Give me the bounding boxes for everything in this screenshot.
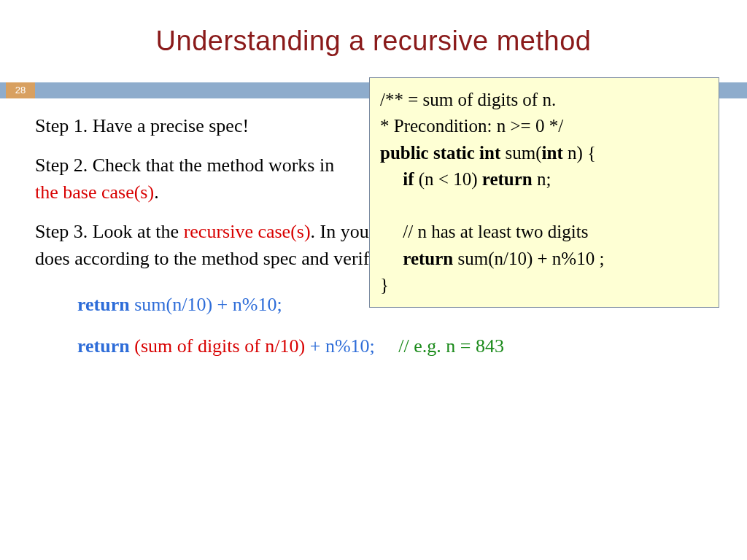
step-2: Step 2. Check that the method works in t… (35, 152, 349, 206)
code-text: n) { (563, 143, 596, 163)
code-text: sum(n/10) + n%10 ; (453, 249, 604, 268)
slide-number-badge: 28 (6, 82, 35, 98)
slide-title: Understanding a recursive method (0, 0, 747, 57)
highlight: (sum of digits of n/10) (130, 335, 306, 357)
keyword: return (403, 249, 453, 268)
highlight: the base case(s) (35, 182, 154, 203)
code-line: } (380, 272, 710, 298)
step-text: Step 3. Look at the (35, 221, 184, 242)
expr: + n%10; (305, 335, 375, 357)
keyword: return (482, 169, 533, 189)
code-text: sum( (500, 143, 541, 163)
keyword: int (542, 143, 563, 163)
keyword: return (77, 335, 130, 357)
code-blank (380, 192, 710, 219)
keyword: if (403, 169, 414, 189)
code-line: // n has at least two digits (380, 219, 710, 245)
comment: // e.g. n = 843 (398, 335, 504, 357)
code-line: if (n < 10) return n; (380, 166, 710, 192)
code-text: n; (533, 169, 551, 189)
keyword: return (77, 294, 130, 315)
code-text: (n < 10) (414, 169, 482, 189)
code-box: /** = sum of digits of n. * Precondition… (369, 77, 719, 308)
highlight: recursive case(s) (184, 221, 311, 242)
step-1: Step 1. Have a precise spec! (35, 113, 349, 139)
comment: // n has at least two digits (403, 222, 588, 241)
example-line: return (sum of digits of n/10) + n%10; /… (77, 330, 712, 364)
expr: sum(n/10) + n%10; (130, 294, 282, 315)
step-text: . (154, 182, 159, 203)
code-line: return sum(n/10) + n%10 ; (380, 246, 710, 272)
step-text: Step 2. Check that the method works in (35, 155, 334, 176)
code-line: /** = sum of digits of n. (380, 87, 710, 113)
code-line: public static int sum(int n) { (380, 140, 710, 166)
code-line: * Precondition: n >= 0 */ (380, 113, 710, 139)
keyword: public static int (380, 143, 500, 163)
